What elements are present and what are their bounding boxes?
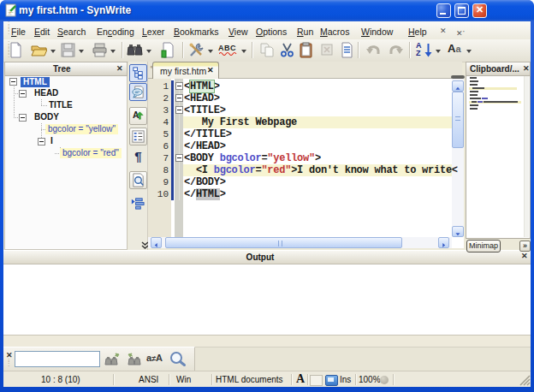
svg-text:A: A [133, 110, 139, 120]
